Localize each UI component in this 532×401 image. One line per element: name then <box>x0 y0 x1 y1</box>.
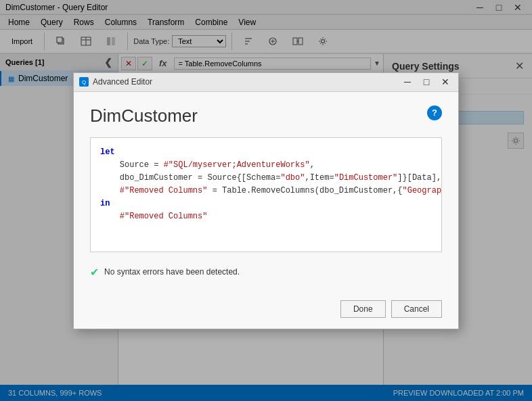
dialog-titlebar: Q Advanced Editor ─ □ ✕ <box>74 73 458 92</box>
code-editor[interactable]: let Source = #"SQL/myserver;AdventureWor… <box>90 137 442 252</box>
svg-text:Q: Q <box>82 79 86 85</box>
dialog-minimize-button[interactable]: ─ <box>400 76 415 88</box>
syntax-status-text: No syntax errors have been detected. <box>104 267 240 277</box>
done-button[interactable]: Done <box>340 300 386 318</box>
dialog-close-button[interactable]: ✕ <box>438 76 453 88</box>
dialog-query-name: DimCustomer <box>90 105 198 126</box>
dialog-heading-row: DimCustomer ? <box>90 105 442 129</box>
advanced-editor-dialog: Q Advanced Editor ─ □ ✕ DimCustomer ? le… <box>73 72 459 329</box>
help-button[interactable]: ? <box>427 105 442 120</box>
syntax-status-line: ✔ No syntax errors have been detected. <box>90 260 442 281</box>
dialog-maximize-button[interactable]: □ <box>419 76 434 88</box>
dialog-cancel-button[interactable]: Cancel <box>391 300 442 318</box>
dialog-title: Advanced Editor <box>93 77 396 87</box>
dialog-icon-svg: Q <box>81 78 87 85</box>
dialog-footer: Done Cancel <box>74 295 458 329</box>
dialog-app-icon: Q <box>79 77 89 87</box>
modal-overlay: Q Advanced Editor ─ □ ✕ DimCustomer ? le… <box>0 0 532 401</box>
dialog-body: DimCustomer ? let Source = #"SQL/myserve… <box>74 92 458 295</box>
check-icon: ✔ <box>90 266 99 279</box>
